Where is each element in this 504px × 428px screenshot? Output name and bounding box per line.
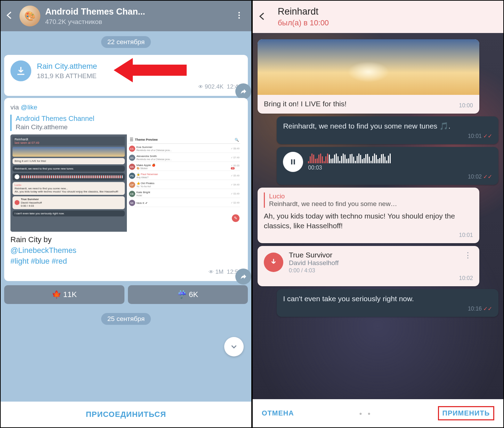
incoming-message[interactable]: Bring it on! I LIVE for this! 10:00 bbox=[258, 39, 479, 114]
svg-rect-4 bbox=[291, 159, 293, 164]
via-line: via @like bbox=[10, 104, 242, 111]
share-icon[interactable] bbox=[235, 83, 251, 99]
page-indicator[interactable]: ● ● bbox=[294, 411, 438, 416]
download-icon[interactable] bbox=[10, 60, 31, 81]
read-checkmarks-icon: ✓✓ bbox=[483, 133, 492, 139]
share-icon[interactable] bbox=[235, 269, 251, 285]
channel-avatar[interactable]: 🎨 bbox=[19, 6, 40, 26]
reaction-maple[interactable]: 🍁 11K bbox=[4, 285, 124, 304]
svg-point-2 bbox=[238, 17, 240, 18]
back-icon[interactable] bbox=[258, 11, 267, 23]
forwarded-quote[interactable]: Android Themes Channel Rain City.attheme bbox=[10, 115, 242, 131]
svg-point-0 bbox=[238, 12, 240, 13]
file-name: Rain City.attheme bbox=[37, 62, 97, 71]
read-checkmarks-icon: ✓✓ bbox=[483, 306, 492, 312]
channel-messages-area[interactable]: 22 сентября Rain City.attheme 181,9 KB A… bbox=[1, 31, 251, 402]
chat-header: Reinhardt был(а) в 10:00 bbox=[253, 1, 503, 33]
svg-rect-5 bbox=[294, 159, 295, 164]
post-caption: Rain City by @LinebeckThemes #light #blu… bbox=[10, 234, 242, 266]
cancel-button[interactable]: ОТМЕНА bbox=[262, 409, 294, 417]
channel-subtitle: 470.2K участников bbox=[45, 18, 231, 26]
right-screenshot: Reinhardt был(а) в 10:00 Bring it on! I … bbox=[252, 0, 504, 428]
file-meta: 181,9 KB ATTHEME bbox=[37, 72, 97, 80]
chat-messages-area[interactable]: Bring it on! I LIVE for this! 10:00 Rein… bbox=[253, 33, 503, 399]
reply-quote[interactable]: Lucio Reinhardt, we need to find you som… bbox=[264, 192, 473, 208]
post-footer: 1M 12:50 bbox=[10, 269, 242, 275]
hashtags[interactable]: #light #blue #red bbox=[10, 257, 67, 265]
channel-header: 🎨 Android Themes Chan... 470.2K участник… bbox=[1, 1, 251, 31]
chat-last-seen: был(а) в 10:00 bbox=[278, 18, 329, 27]
read-checkmarks-icon: ✓✓ bbox=[483, 174, 492, 180]
via-bot-link[interactable]: @like bbox=[21, 104, 38, 111]
voice-elapsed: 00:03 bbox=[308, 165, 492, 171]
voice-message[interactable]: 00:03 10:02✓✓ bbox=[277, 147, 498, 185]
theme-preview-footer: ОТМЕНА ● ● ПРИМЕНИТЬ bbox=[253, 399, 503, 427]
svg-point-1 bbox=[238, 15, 240, 16]
voice-waveform[interactable] bbox=[308, 153, 492, 163]
views-icon bbox=[198, 83, 205, 90]
reaction-buttons: 🍁 11K ☔ 6K bbox=[4, 285, 248, 304]
back-icon[interactable] bbox=[5, 10, 15, 22]
svg-marker-3 bbox=[114, 58, 187, 82]
audio-file-message[interactable]: True Survivor David Hasselhoff 0:00 / 4:… bbox=[258, 246, 479, 286]
song-duration: 0:00 / 4:03 bbox=[289, 268, 339, 274]
song-artist: David Hasselhoff bbox=[289, 259, 339, 267]
apply-button[interactable]: ПРИМЕНИТЬ bbox=[438, 406, 495, 420]
pause-icon[interactable] bbox=[283, 152, 303, 172]
outgoing-message[interactable]: Reinhardt, we need to find you some new … bbox=[277, 116, 498, 144]
post-message[interactable]: via @like Android Themes Channel Rain Ci… bbox=[4, 98, 248, 281]
audio-more-icon[interactable]: ⋮ bbox=[463, 251, 473, 260]
song-title: True Survivor bbox=[289, 251, 339, 259]
message-photo[interactable] bbox=[258, 39, 479, 95]
more-options-icon[interactable] bbox=[231, 11, 247, 21]
download-icon[interactable] bbox=[264, 253, 283, 272]
outgoing-message[interactable]: I can't even take you seriously right no… bbox=[277, 289, 498, 316]
left-screenshot: 🎨 Android Themes Chan... 470.2K участник… bbox=[0, 0, 252, 428]
channel-title[interactable]: Android Themes Chan... bbox=[45, 7, 231, 17]
scroll-to-bottom-button[interactable] bbox=[224, 337, 244, 356]
incoming-message-reply[interactable]: Lucio Reinhardt, we need to find you som… bbox=[258, 188, 479, 244]
reaction-rain[interactable]: ☔ 6K bbox=[128, 285, 248, 304]
annotation-arrow-icon bbox=[114, 56, 187, 85]
date-separator: 22 сентября bbox=[101, 36, 151, 48]
theme-preview-image[interactable]: Reinhardtlast seen at 07:49 Bring it on!… bbox=[10, 134, 242, 232]
compose-fab-icon: ✎ bbox=[232, 214, 239, 222]
views-icon bbox=[209, 269, 215, 275]
join-button[interactable]: ПРИСОЕДИНИТЬСЯ bbox=[1, 402, 251, 427]
date-separator: 25 сентября bbox=[101, 313, 151, 325]
author-link[interactable]: @LinebeckThemes bbox=[10, 246, 76, 255]
chat-title[interactable]: Reinhardt bbox=[278, 6, 329, 17]
